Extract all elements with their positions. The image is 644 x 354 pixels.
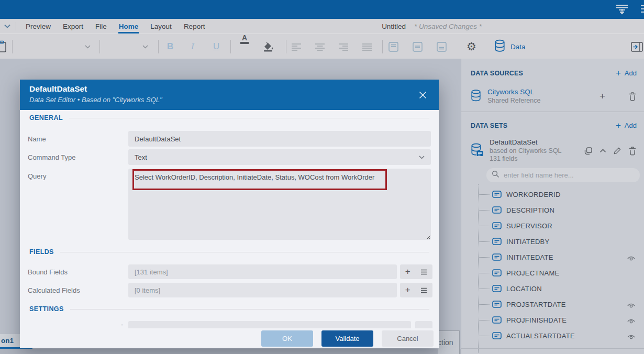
font-color-button[interactable]: A [240, 34, 249, 59]
align-left-button[interactable] [291, 34, 302, 59]
data-set-subtitle: based on Cityworks SQL [490, 147, 562, 156]
menu-tab[interactable]: Report [183, 19, 206, 34]
title-bar [0, 0, 644, 19]
fill-color-button[interactable] [262, 34, 274, 59]
dataset-editor-dialog: DefaultDataSet Data Set Editor • Based o… [20, 80, 439, 348]
paste-icon[interactable] [0, 34, 8, 59]
field-row[interactable]: DESCRIPTION [461, 202, 644, 218]
field-row[interactable]: WORKORDERID [461, 186, 644, 202]
export-lines-icon[interactable] [615, 3, 629, 16]
name-label: Name [28, 135, 46, 143]
gear-icon[interactable]: ⚙ [467, 34, 476, 59]
bold-button[interactable]: B [167, 34, 173, 59]
field-icon [492, 238, 502, 247]
field-row[interactable]: PROJFINISHDATE [461, 312, 644, 328]
menu-tab[interactable]: Export [62, 19, 84, 34]
field-row[interactable]: INITIATEDBY [461, 234, 644, 249]
eye-icon[interactable] [627, 254, 636, 263]
calculated-fields-menu-button[interactable] [418, 287, 429, 293]
add-bound-field-button[interactable]: + [403, 267, 413, 277]
add-calculated-field-button[interactable]: + [403, 285, 413, 295]
menu-bar: PreviewExportFileHomeLayoutReport Untitl… [0, 19, 644, 34]
general-section-header: GENERAL [29, 114, 429, 121]
field-icon [492, 269, 502, 279]
database-icon [471, 89, 481, 104]
font-color-bar [240, 42, 249, 44]
font-family-dropdown[interactable] [18, 34, 92, 59]
italic-button[interactable]: I [191, 34, 194, 59]
menu-tabs: PreviewExportFileHomeLayoutReport [25, 19, 205, 34]
dialog-title: DefaultDataSet [29, 84, 87, 94]
menu-tab[interactable]: Preview [25, 19, 51, 34]
font-size-dropdown[interactable] [105, 34, 150, 59]
menu-tab[interactable]: File [95, 19, 107, 34]
align-center-button[interactable] [315, 34, 325, 59]
field-row[interactable]: INITIATEDATE [461, 249, 644, 265]
field-row[interactable]: PROJSTARTDATE [461, 296, 644, 312]
menu-tab[interactable]: Layout [150, 19, 172, 34]
eye-icon[interactable] [627, 333, 636, 342]
document-status: Untitled * Unsaved Changes * [382, 19, 482, 34]
valign-bottom-button[interactable] [437, 34, 447, 59]
tree-connector [478, 226, 490, 226]
divider [230, 40, 231, 53]
field-row[interactable]: SUPERVISOR [461, 218, 644, 234]
menu-tab[interactable]: Home [118, 19, 139, 34]
bound-fields-input[interactable] [128, 264, 397, 279]
collapse-chevron-icon[interactable] [599, 149, 606, 153]
calculated-fields-input[interactable] [128, 283, 397, 297]
field-search-input[interactable] [504, 171, 635, 179]
eye-icon[interactable] [627, 317, 636, 326]
field-icon [492, 222, 502, 231]
clipped-edge-icon[interactable] [640, 3, 644, 16]
ok-button[interactable]: OK [261, 330, 313, 347]
unsaved-changes-label: * Unsaved Changes * [414, 23, 482, 30]
settings-partial-input[interactable] [128, 321, 411, 328]
field-row[interactable]: PROJECTNAME [461, 265, 644, 281]
name-input[interactable] [128, 131, 431, 147]
canvas-bottom-strip [0, 349, 461, 354]
add-data-set-button[interactable]: + Add [616, 121, 637, 130]
field-row[interactable]: LOCATION [461, 281, 644, 296]
valign-middle-button[interactable] [413, 34, 423, 59]
close-icon[interactable] [417, 89, 428, 101]
field-name: WORKORDERID [506, 191, 561, 198]
field-icon [492, 332, 502, 341]
data-source-item[interactable]: Cityworks SQL Shared Reference + [471, 85, 637, 108]
field-row[interactable]: ACTUALSTARTDATE [461, 328, 644, 344]
field-list: WORKORDERID DESCRIPTION [461, 186, 644, 344]
add-dataset-plus-button[interactable]: + [599, 91, 605, 102]
tree-connector [478, 273, 490, 273]
underline-button[interactable]: U [213, 34, 219, 59]
copy-icon[interactable] [584, 147, 593, 156]
bound-fields-actions: + [400, 264, 432, 279]
align-right-button[interactable] [338, 34, 349, 59]
eye-icon[interactable] [627, 301, 636, 311]
clipped-background-label: ction [438, 338, 453, 347]
trash-icon[interactable] [628, 146, 637, 156]
add-data-source-button[interactable]: + Add [616, 69, 637, 78]
cancel-button[interactable]: Cancel [382, 330, 434, 347]
collapse-panel-button[interactable] [631, 34, 643, 59]
tree-connector [478, 289, 490, 289]
trash-icon[interactable] [628, 92, 637, 101]
align-justify-button[interactable] [362, 34, 372, 59]
add-label: Add [625, 121, 637, 129]
bound-fields-menu-button[interactable] [418, 269, 429, 275]
data-set-item[interactable]: DefaultDataSet based on Cityworks SQL 13… [471, 137, 637, 164]
dataset-icon [471, 143, 483, 159]
edit-pencil-icon[interactable] [613, 147, 621, 155]
divider [382, 40, 383, 53]
command-type-value: Text [135, 153, 147, 161]
calculated-fields-label: Calculated Fields [28, 286, 80, 294]
settings-partial-button[interactable] [415, 321, 432, 328]
dialog-header: DefaultDataSet Data Set Editor • Based o… [20, 80, 439, 110]
validate-button[interactable]: Validate [321, 330, 373, 347]
valign-top-button[interactable] [388, 34, 398, 59]
chevron-down-icon[interactable] [0, 19, 16, 34]
data-panel-toggle[interactable]: Data [494, 34, 526, 59]
query-textarea[interactable]: Select WorkOrderID, Description, Initiat… [128, 169, 431, 240]
field-name: ACTUALSTARTDATE [506, 332, 575, 340]
command-type-select[interactable]: Text [128, 149, 431, 165]
app-window: PreviewExportFileHomeLayoutReport Untitl… [0, 0, 644, 354]
